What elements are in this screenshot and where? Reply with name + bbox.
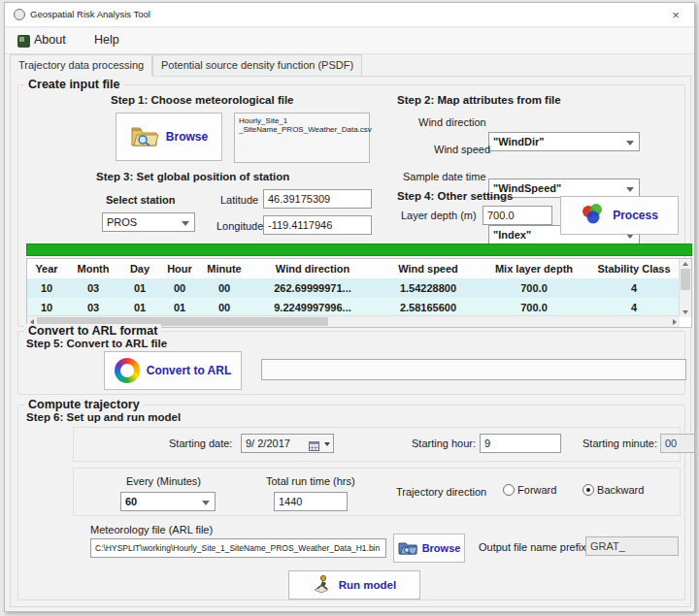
- cell: 9.2249997996...: [249, 298, 377, 317]
- table-row[interactable]: 10 03 01 00 00 262.69999971... 1.5422880…: [27, 278, 691, 298]
- start-settings-panel: Starting date: 9/ 2/2017 Starting hour: …: [73, 427, 681, 462]
- every-minutes-select[interactable]: 60: [120, 492, 216, 511]
- radio-forward[interactable]: Forward: [503, 484, 556, 496]
- cell: 4: [588, 298, 680, 317]
- folder-search-icon: [130, 125, 159, 148]
- vertical-scrollbar[interactable]: [679, 259, 691, 317]
- tab-strip: Trajectory data processing Potential sou…: [5, 54, 694, 77]
- radio-backward-icon: [582, 484, 594, 496]
- col-month[interactable]: Month: [66, 259, 120, 278]
- latitude-label: Latitude: [220, 194, 258, 206]
- layer-depth-input[interactable]: 700.0: [483, 206, 552, 225]
- col-wind-speed[interactable]: Wind speed: [377, 259, 480, 278]
- runner-icon: [313, 574, 332, 597]
- radio-backward-label: Backward: [597, 484, 644, 496]
- chevron-down-icon: [324, 442, 330, 446]
- scroll-right-icon[interactable]: [673, 319, 677, 325]
- cell: 01: [159, 298, 200, 317]
- layer-depth-label: Layer depth (m): [401, 210, 477, 221]
- processing-progress-bar: [26, 243, 692, 256]
- run-model-label: Run model: [339, 579, 396, 591]
- group-title-compute-trajectory: Compute trajectory: [24, 398, 144, 411]
- selected-met-file-line1: Hourly_Site_1: [239, 116, 365, 125]
- browse-arl-button[interactable]: Browse: [393, 534, 465, 563]
- starting-date-value: 9/ 2/2017: [246, 438, 290, 449]
- process-button[interactable]: Process: [560, 196, 679, 235]
- close-icon[interactable]: ×: [667, 7, 684, 24]
- cell: 00: [200, 278, 249, 298]
- menu-bar: About Help: [5, 28, 694, 54]
- vertical-scroll-thumb[interactable]: [681, 269, 690, 290]
- convert-to-arl-button[interactable]: Convert to ARL: [104, 351, 242, 390]
- tab-psdf[interactable]: Potential source density function (PSDF): [152, 54, 362, 77]
- group-compute-trajectory: Compute trajectory Step 6: Set up and ru…: [17, 405, 685, 600]
- run-model-button[interactable]: Run model: [288, 570, 420, 600]
- latitude-input[interactable]: 46.39175309: [263, 189, 372, 209]
- wind-speed-label: Wind speed: [434, 144, 490, 155]
- browse-met-file-label: Browse: [166, 130, 208, 144]
- cell: 262.69999971...: [249, 278, 377, 298]
- wind-direction-select[interactable]: "WindDir": [488, 132, 640, 151]
- station-select-value: PROS: [107, 216, 137, 228]
- process-label: Process: [613, 209, 658, 222]
- chevron-down-icon: [626, 141, 634, 146]
- starting-minute-input[interactable]: 00: [660, 434, 695, 453]
- group-create-input-file: Create input file Step 1: Choose meteoro…: [17, 84, 685, 327]
- radio-backward[interactable]: Backward: [582, 484, 644, 496]
- chevron-down-icon: [202, 501, 210, 505]
- total-run-time-input[interactable]: 1440: [274, 492, 348, 511]
- cell: 03: [66, 278, 120, 298]
- scroll-up-icon[interactable]: [682, 262, 688, 266]
- tab-trajectory-data-processing[interactable]: Trajectory data processing: [10, 54, 152, 77]
- step1-title: Step 1: Choose meteorological file: [111, 94, 294, 106]
- longitude-input[interactable]: -119.4117946: [263, 215, 372, 235]
- about-icon: [17, 35, 30, 48]
- cell: 01: [120, 278, 159, 298]
- wind-direction-label: Wind direction: [418, 116, 486, 128]
- table-row[interactable]: 10 03 01 01 00 9.2249997996... 2.5816560…: [27, 298, 691, 317]
- cell: 03: [66, 298, 120, 317]
- arl-progress-bar: [261, 359, 686, 380]
- every-minutes-label: Every (Minutes): [126, 475, 201, 487]
- table-header-row: Year Month Day Hour Minute Wind directio…: [27, 259, 691, 278]
- window-title: Geospatial Risk Analysis Tool: [30, 9, 150, 19]
- step5-title: Step 5: Convert to ARL file: [26, 338, 167, 349]
- process-icon: [581, 203, 606, 229]
- browse-met-file-button[interactable]: Browse: [116, 113, 222, 161]
- browse-arl-label: Browse: [422, 542, 461, 554]
- color-ring-icon: [115, 358, 140, 383]
- cell: 00: [200, 298, 249, 317]
- step6-title: Step 6: Set up and run model: [26, 411, 181, 423]
- menu-help[interactable]: Help: [94, 33, 119, 47]
- app-window: Geospatial Risk Analysis Tool × About He…: [4, 2, 695, 612]
- select-station-label: Select station: [106, 194, 176, 206]
- starting-hour-input[interactable]: 9: [480, 434, 561, 453]
- run-settings-panel: Every (Minutes) 60 Total run time (hrs) …: [73, 468, 681, 516]
- starting-hour-label: Starting hour:: [412, 438, 476, 449]
- chevron-down-icon: [182, 221, 189, 226]
- col-stability-class[interactable]: Stability Class: [588, 259, 680, 278]
- output-prefix-input[interactable]: GRAT_: [585, 536, 679, 556]
- selected-met-file-line2: _SiteName_PROS_Weather_Data.csv: [239, 125, 365, 134]
- menu-about[interactable]: About: [34, 33, 66, 47]
- weather-data-table: Year Month Day Hour Minute Wind directio…: [26, 258, 692, 328]
- starting-date-label: Starting date:: [169, 438, 232, 449]
- col-day[interactable]: Day: [120, 259, 159, 278]
- col-hour[interactable]: Hour: [159, 259, 200, 278]
- scroll-down-icon[interactable]: [682, 310, 688, 314]
- tab-content: Create input file Step 1: Choose meteoro…: [10, 76, 691, 607]
- starting-date-picker[interactable]: 9/ 2/2017: [241, 434, 334, 453]
- col-minute[interactable]: Minute: [200, 259, 249, 278]
- calendar-icon: [309, 438, 319, 453]
- trajectory-direction-label: Trajectory direction: [396, 486, 486, 498]
- met-arl-file-input[interactable]: C:\HYSPLIT\working\Hourly_Site_1_SiteNam…: [90, 538, 386, 558]
- chevron-down-icon: [626, 187, 634, 192]
- step4-title: Step 4: Other settings: [397, 190, 514, 202]
- group-title-convert-arl: Convert to ARL format: [24, 324, 161, 338]
- longitude-label: Longitude: [216, 220, 263, 232]
- starting-minute-label: Starting minute:: [582, 438, 657, 449]
- col-wind-direction[interactable]: Wind direction: [249, 259, 377, 278]
- col-mix-layer-depth[interactable]: Mix layer depth: [480, 259, 588, 278]
- col-year[interactable]: Year: [27, 259, 66, 278]
- station-select[interactable]: PROS: [102, 212, 195, 232]
